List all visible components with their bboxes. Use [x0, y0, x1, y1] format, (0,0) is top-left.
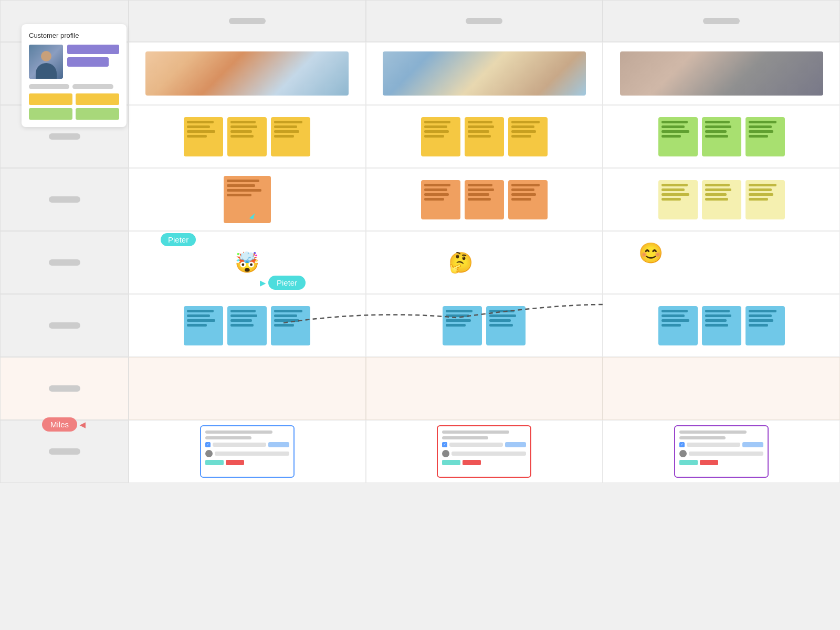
emoji-thinking: 🤔 — [448, 251, 473, 274]
row4-col2: 🤔 — [366, 231, 603, 294]
wf-avatar-1 — [205, 450, 213, 457]
wf-tag-red-1 — [226, 460, 244, 465]
wf-line-4 — [442, 436, 488, 439]
row7-col2 — [366, 420, 603, 483]
row5-col3 — [603, 294, 840, 357]
sticky-note-green-3[interactable] — [746, 117, 785, 156]
profile-card-title: Customer profile — [29, 32, 119, 39]
row4-label — [0, 231, 129, 294]
wf-tag-red-2 — [463, 460, 481, 465]
wf-row-2 — [205, 450, 289, 457]
wf-checkbox-2 — [442, 442, 447, 447]
tag-green-1 — [29, 108, 72, 120]
sticky-note-lightyellow-3[interactable] — [746, 180, 785, 219]
emoji-angry: 🤯 — [235, 251, 259, 274]
profile-gray-1 — [29, 84, 69, 89]
wf-row-6 — [442, 460, 526, 465]
profile-mid-section — [29, 84, 119, 89]
wf-line-3 — [442, 430, 509, 434]
wf-bar-1 — [213, 443, 266, 447]
sticky-note-yellow-2[interactable] — [227, 117, 267, 156]
row1-col3 — [603, 42, 840, 105]
sticky-note-orange-3[interactable] — [465, 180, 504, 219]
row2-col1 — [129, 105, 366, 168]
photo-woman-laptop — [145, 51, 349, 95]
emoji-happy: 😊 — [638, 242, 663, 265]
sticky-note-blue-1[interactable] — [184, 306, 223, 345]
sticky-note-orange-1[interactable] — [224, 176, 271, 223]
light-yellow-notes-group-1 — [653, 175, 790, 225]
row4-col3: 😊 — [603, 231, 840, 294]
row6-col3 — [603, 357, 840, 420]
wireframe-card-red[interactable] — [437, 425, 531, 478]
yellow-notes-group-2 — [416, 112, 553, 162]
photo-woman-phone — [383, 51, 586, 95]
sticky-note-blue-2[interactable] — [227, 306, 267, 345]
wf-row-4 — [442, 442, 526, 447]
row6-col1 — [129, 357, 366, 420]
sticky-note-green-2[interactable] — [702, 117, 741, 156]
row2-col3 — [603, 105, 840, 168]
profile-yellow-tags — [29, 93, 119, 105]
wf-highlight-1 — [268, 442, 289, 447]
row-label-3 — [49, 196, 80, 203]
sticky-note-yellow-6[interactable] — [508, 117, 548, 156]
wf-row-3 — [205, 460, 289, 465]
blue-notes-group-3 — [653, 301, 790, 351]
row5-col1 — [129, 294, 366, 357]
sticky-note-blue-5[interactable] — [486, 306, 526, 345]
sticky-note-yellow-4[interactable] — [421, 117, 460, 156]
sticky-note-blue-3[interactable] — [271, 306, 310, 345]
main-grid: Customer profile — [0, 0, 840, 630]
photo-group-meeting — [620, 51, 823, 95]
row1-col2 — [366, 42, 603, 105]
sticky-note-blue-4[interactable] — [443, 306, 482, 345]
row6-col2 — [366, 357, 603, 420]
profile-top-section — [29, 45, 119, 79]
profile-info — [67, 45, 119, 79]
orange-notes-group-1 — [218, 171, 276, 228]
orange-notes-group-2 — [416, 175, 553, 225]
col-label-2 — [466, 18, 502, 24]
tag-yellow-2 — [76, 93, 119, 105]
wf-avatar-3 — [679, 450, 687, 457]
row7-col3 — [603, 420, 840, 483]
wf-tag-red-3 — [700, 460, 718, 465]
sticky-note-orange-2[interactable] — [421, 180, 460, 219]
col-label-1 — [229, 18, 266, 24]
wf-bar-4 — [452, 452, 526, 456]
sticky-note-yellow-5[interactable] — [465, 117, 504, 156]
header-col1 — [129, 0, 366, 42]
sticky-note-orange-4[interactable] — [508, 180, 548, 219]
header-col0: Customer profile — [0, 0, 129, 42]
row-label-6 — [49, 385, 80, 392]
wf-bar-6 — [689, 452, 763, 456]
wf-row-7 — [679, 442, 763, 447]
sticky-note-blue-6[interactable] — [658, 306, 698, 345]
row7-label — [0, 420, 129, 483]
wf-avatar-2 — [442, 450, 449, 457]
sticky-note-green-1[interactable] — [658, 117, 698, 156]
sticky-note-lightyellow-1[interactable] — [658, 180, 698, 219]
wf-line-6 — [679, 436, 726, 439]
wf-bar-3 — [449, 443, 503, 447]
sticky-note-yellow-3[interactable] — [271, 117, 310, 156]
row-label-2 — [49, 133, 80, 140]
wf-highlight-3 — [742, 442, 763, 447]
sticky-note-blue-7[interactable] — [702, 306, 741, 345]
wf-row-1 — [205, 442, 289, 447]
sticky-note-yellow-1[interactable] — [184, 117, 223, 156]
wf-row-8 — [679, 450, 763, 457]
row1-col1 — [129, 42, 366, 105]
sticky-note-lightyellow-2[interactable] — [702, 180, 741, 219]
row7-col1 — [129, 420, 366, 483]
col-label-3 — [703, 18, 740, 24]
wireframe-card-blue[interactable] — [200, 425, 295, 478]
sticky-note-blue-8[interactable] — [746, 306, 785, 345]
green-notes-group-1 — [653, 112, 790, 162]
yellow-notes-group-1 — [178, 112, 316, 162]
wireframe-card-purple[interactable] — [674, 425, 769, 478]
row-label-5 — [49, 322, 80, 329]
wf-line-5 — [679, 430, 747, 434]
wf-row-9 — [679, 460, 763, 465]
